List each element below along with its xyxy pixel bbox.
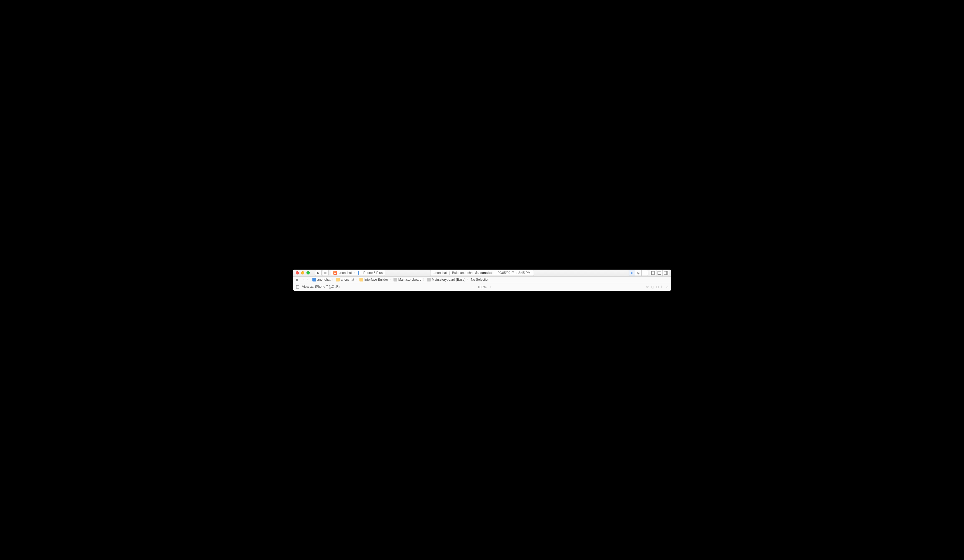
close-window-button[interactable]	[296, 271, 299, 274]
chevron-right-icon: 〉	[353, 271, 357, 275]
pin-button[interactable]: ⊩	[661, 285, 664, 289]
breadcrumb-label: Interface Builder	[364, 278, 388, 281]
toolbar-right: ≡ ◎ ↔	[629, 270, 669, 276]
titlebar: ▶ ◼ A anonchat 〉 iPhone 6 Plus anonchat …	[293, 269, 671, 277]
device-name: iPhone 6 Plus	[363, 271, 383, 275]
minimize-window-button[interactable]	[301, 271, 304, 274]
status-action: Build anonchat:	[452, 271, 475, 275]
activity-status[interactable]: anonchat | Build anonchat: Succeeded | 2…	[430, 270, 534, 276]
zoom-value: 100%	[477, 285, 487, 289]
folder-icon	[360, 278, 363, 281]
arrows-icon: ↔	[643, 271, 646, 274]
file-icon	[394, 278, 397, 281]
venn-icon: ◎	[637, 271, 640, 275]
stop-icon: ◼	[324, 271, 327, 275]
bottom-bar: View as: iPhone 7 (wC hR) − 100% + ⟳ ▢ ⊟…	[293, 283, 671, 291]
breadcrumb-file-1[interactable]: Main.storyboard	[394, 278, 422, 281]
zoom-in-button[interactable]: +	[490, 285, 492, 289]
device-icon	[358, 271, 361, 275]
zoom-controls: − 100% +	[472, 285, 492, 289]
breadcrumb-project[interactable]: anonchat	[313, 278, 331, 281]
resolve-issues-button[interactable]: ⊿	[666, 285, 669, 289]
panel-right-icon	[664, 271, 668, 275]
view-as-selector[interactable]: View as: iPhone 7 (wC hR)	[302, 285, 340, 289]
file-icon	[427, 278, 431, 281]
zoom-window-button[interactable]	[306, 271, 310, 274]
run-button[interactable]: ▶	[315, 270, 322, 276]
breadcrumb-folder-1[interactable]: anonchat	[336, 278, 354, 281]
assistant-editor-button[interactable]: ◎	[635, 270, 642, 276]
folder-icon	[336, 278, 340, 281]
project-doc-icon	[313, 278, 316, 281]
breadcrumb-selection[interactable]: No Selection	[471, 278, 489, 281]
status-project: anonchat	[433, 271, 447, 275]
zoom-out-button[interactable]: −	[472, 285, 474, 289]
update-frames-button[interactable]: ⟳	[646, 285, 649, 289]
panel-left-icon	[651, 271, 655, 275]
scheme-selector[interactable]: A anonchat 〉 iPhone 6 Plus	[331, 270, 385, 276]
stop-button[interactable]: ◼	[322, 270, 329, 276]
breadcrumb-label: No Selection	[471, 278, 489, 281]
align-button[interactable]: ⊟	[656, 285, 659, 289]
play-icon: ▶	[317, 271, 319, 275]
scheme-name: anonchat	[339, 271, 352, 275]
standard-editor-button[interactable]: ≡	[629, 270, 635, 276]
jump-bar: ▦ 〈 〉 anonchat 〉 anonchat 〉 Interface Bu…	[293, 277, 671, 283]
window-controls	[296, 271, 310, 274]
breadcrumb-folder-2[interactable]: Interface Builder	[360, 278, 388, 281]
jump-back-button[interactable]: 〈	[301, 278, 305, 282]
layout-tools: ⟳ ▢ ⊟ ⊩ ⊿	[646, 285, 669, 289]
status-result: Succeeded	[475, 271, 492, 275]
breadcrumb-file-2[interactable]: Main.storyboard (Base)	[427, 278, 466, 281]
version-editor-button[interactable]: ↔	[642, 270, 648, 276]
breadcrumb-label: anonchat	[317, 278, 331, 281]
toggle-debug-button[interactable]	[656, 270, 663, 276]
project-icon: A	[333, 271, 337, 275]
lines-icon: ≡	[631, 271, 632, 274]
xcode-window: ▶ ◼ A anonchat 〉 iPhone 6 Plus anonchat …	[293, 269, 671, 291]
document-outline-toggle[interactable]	[296, 285, 299, 289]
embed-in-button[interactable]: ▢	[651, 285, 654, 289]
panel-bottom-icon	[658, 271, 661, 275]
related-items-icon[interactable]: ▦	[295, 278, 299, 281]
breadcrumb-label: Main.storyboard (Base)	[432, 278, 466, 281]
breadcrumb-label: Main.storyboard	[398, 278, 422, 281]
toggle-utilities-button[interactable]	[663, 270, 669, 276]
toggle-navigator-button[interactable]	[650, 270, 656, 276]
status-timestamp: 20/05/2017 at 8:45 PM	[498, 271, 530, 275]
jump-forward-button[interactable]: 〉	[306, 278, 310, 282]
breadcrumb-label: anonchat	[341, 278, 354, 281]
view-as-label: View as: iPhone 7 (	[302, 285, 330, 289]
